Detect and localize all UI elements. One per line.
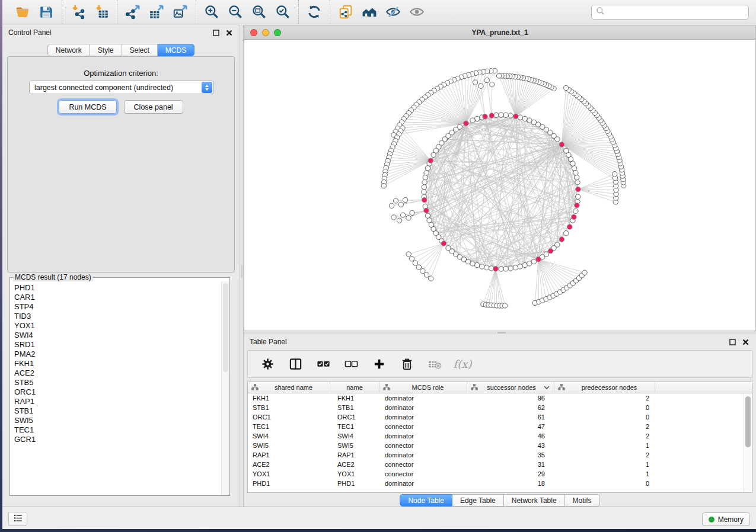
mcds-result-item[interactable]: YOX1 bbox=[14, 321, 221, 331]
cell-successor-nodes[interactable]: 47 bbox=[467, 422, 554, 431]
network-node[interactable] bbox=[575, 175, 579, 180]
float-panel-icon[interactable] bbox=[211, 28, 221, 37]
table-settings-button[interactable] bbox=[256, 354, 279, 375]
network-node[interactable] bbox=[508, 266, 513, 271]
tab-network[interactable]: Network bbox=[47, 44, 90, 56]
network-node[interactable] bbox=[564, 231, 569, 236]
mcds-dominator-node[interactable] bbox=[428, 158, 433, 163]
tab-network-table[interactable]: Network Table bbox=[504, 494, 565, 507]
mcds-result-item[interactable]: SRD1 bbox=[14, 340, 221, 350]
table-row[interactable]: STB1STB1dominator620 bbox=[248, 403, 752, 412]
tab-mcds[interactable]: MCDS bbox=[158, 44, 194, 56]
mcds-dominator-node[interactable] bbox=[489, 113, 494, 118]
import-network-button[interactable] bbox=[66, 2, 90, 22]
network-node[interactable] bbox=[513, 265, 518, 270]
search-input[interactable] bbox=[608, 8, 744, 17]
cell-MCDS-role[interactable]: dominator bbox=[379, 450, 467, 460]
float-table-panel-icon[interactable] bbox=[728, 337, 737, 347]
network-node[interactable] bbox=[508, 113, 513, 118]
network-node[interactable] bbox=[494, 113, 499, 117]
table-row[interactable]: FKH1FKH1dominator962 bbox=[248, 393, 752, 403]
cell-successor-nodes[interactable]: 96 bbox=[467, 393, 554, 403]
mcds-result-item[interactable]: PHD1 bbox=[14, 283, 221, 293]
cell-MCDS-role[interactable]: dominator bbox=[379, 403, 467, 412]
cell-successor-nodes[interactable]: 18 bbox=[467, 479, 554, 488]
run-mcds-button[interactable]: Run MCDS bbox=[59, 100, 116, 114]
column-header-predecessor-nodes[interactable]: predecessor nodes bbox=[554, 382, 655, 393]
mcds-result-item[interactable]: TEC1 bbox=[14, 425, 221, 435]
network-node[interactable] bbox=[484, 265, 489, 270]
tab-motifs[interactable]: Motifs bbox=[565, 494, 600, 507]
network-node[interactable] bbox=[406, 252, 411, 257]
network-node[interactable] bbox=[612, 172, 617, 177]
cell-shared-name[interactable]: TEC1 bbox=[248, 422, 330, 431]
mcds-result-item[interactable]: GCR1 bbox=[14, 435, 221, 444]
open-file-button[interactable] bbox=[11, 2, 34, 22]
cell-successor-nodes[interactable]: 35 bbox=[467, 450, 554, 460]
mcds-dominator-node[interactable] bbox=[424, 208, 429, 213]
mcds-result-item[interactable]: ORC1 bbox=[14, 387, 221, 397]
network-node[interactable] bbox=[475, 262, 480, 267]
import-table-button[interactable] bbox=[90, 2, 113, 22]
cell-predecessor-nodes[interactable]: 2 bbox=[554, 450, 655, 460]
cell-predecessor-nodes[interactable]: 2 bbox=[554, 431, 655, 441]
cell-successor-nodes[interactable]: 31 bbox=[467, 460, 554, 469]
network-node[interactable] bbox=[490, 82, 495, 86]
network-node[interactable] bbox=[518, 115, 522, 120]
cell-predecessor-nodes[interactable]: 1 bbox=[554, 469, 655, 479]
network-node[interactable] bbox=[431, 152, 436, 157]
mcds-dominator-node[interactable] bbox=[548, 248, 553, 253]
mcds-result-item[interactable]: PMA2 bbox=[14, 350, 221, 359]
task-history-button[interactable] bbox=[8, 512, 27, 526]
network-node[interactable] bbox=[416, 265, 421, 270]
cell-name[interactable]: SWI5 bbox=[330, 441, 379, 450]
network-node[interactable] bbox=[480, 264, 484, 269]
export-network-button[interactable] bbox=[121, 2, 145, 22]
network-node[interactable] bbox=[424, 273, 429, 277]
network-node[interactable] bbox=[406, 216, 411, 220]
network-node[interactable] bbox=[496, 73, 501, 78]
mcds-result-item[interactable]: SWI5 bbox=[14, 416, 221, 425]
table-row[interactable]: PHD1PHD1dominator180 bbox=[248, 479, 752, 488]
cell-successor-nodes[interactable]: 61 bbox=[467, 412, 554, 422]
cell-MCDS-role[interactable]: connector bbox=[379, 460, 467, 469]
network-node[interactable] bbox=[503, 113, 508, 117]
cell-shared-name[interactable]: FKH1 bbox=[248, 393, 330, 403]
cell-shared-name[interactable]: PHD1 bbox=[248, 479, 330, 488]
network-node[interactable] bbox=[470, 118, 475, 123]
network-node[interactable] bbox=[397, 218, 401, 223]
mcds-result-item[interactable]: FKH1 bbox=[14, 359, 221, 368]
create-column-button[interactable] bbox=[368, 354, 390, 375]
mcds-dominator-node[interactable] bbox=[493, 267, 498, 271]
mcds-dominator-node[interactable] bbox=[513, 114, 518, 118]
network-node[interactable] bbox=[564, 85, 569, 90]
tab-node-table[interactable]: Node Table bbox=[400, 494, 452, 507]
cell-predecessor-nodes[interactable]: 0 bbox=[554, 412, 655, 422]
cell-shared-name[interactable]: SWI5 bbox=[248, 441, 330, 450]
network-node[interactable] bbox=[381, 183, 386, 188]
network-node[interactable] bbox=[429, 276, 433, 281]
network-node[interactable] bbox=[473, 80, 477, 85]
network-node[interactable] bbox=[413, 261, 417, 265]
close-panel-button[interactable]: Close panel bbox=[124, 100, 183, 114]
network-node[interactable] bbox=[389, 203, 394, 208]
mcds-dominator-node[interactable] bbox=[567, 225, 572, 229]
network-node[interactable] bbox=[575, 180, 580, 185]
table-row[interactable]: SWI5SWI5connector431 bbox=[248, 441, 752, 450]
column-header-MCDS-role[interactable]: MCDS role bbox=[379, 382, 467, 393]
cell-predecessor-nodes[interactable]: 1 bbox=[554, 441, 655, 450]
network-node[interactable] bbox=[522, 262, 527, 267]
table-row[interactable]: RAP1RAP1dominator352 bbox=[248, 450, 752, 460]
mcds-dominator-node[interactable] bbox=[464, 121, 468, 126]
zoom-fit-button[interactable] bbox=[247, 2, 271, 22]
cell-name[interactable]: ACE2 bbox=[330, 460, 379, 469]
cell-successor-nodes[interactable]: 46 bbox=[467, 431, 554, 441]
export-image-button[interactable] bbox=[168, 2, 192, 22]
cell-shared-name[interactable]: STB1 bbox=[248, 403, 330, 412]
cell-name[interactable]: STB1 bbox=[330, 403, 379, 412]
cell-predecessor-nodes[interactable]: 0 bbox=[554, 403, 655, 412]
network-node[interactable] bbox=[393, 198, 398, 203]
mcds-dominator-node[interactable] bbox=[576, 187, 580, 191]
table-row[interactable]: YOX1YOX1connector291 bbox=[248, 469, 752, 479]
mcds-dominator-node[interactable] bbox=[441, 241, 446, 246]
